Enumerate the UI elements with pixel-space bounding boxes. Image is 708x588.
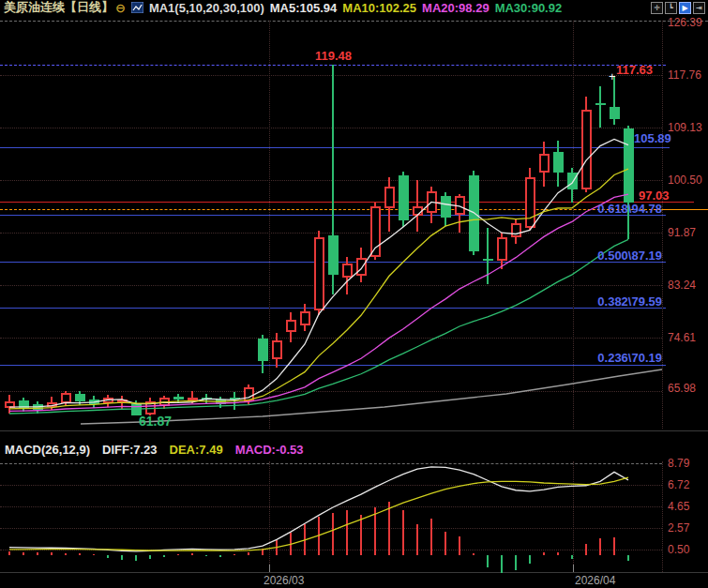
candle-body [89, 400, 99, 404]
macd-bar [233, 554, 235, 555]
candle-body [5, 401, 15, 408]
trading-chart-window: 美原油连续 【日线】 ⊖ MA1(5,10,20,30,100) MA5:105… [0, 0, 708, 588]
macd-diff-line [9, 467, 628, 551]
candle-wick [233, 392, 235, 410]
candle-body [595, 103, 606, 105]
window-controls: ✛ ┗ ▶ ⇥ [651, 2, 705, 14]
macd-param-label[interactable]: MACD(26,12,9) [5, 443, 90, 457]
candle-body [244, 387, 254, 401]
candle-body [145, 401, 156, 415]
candle-wick [529, 168, 531, 230]
grid-line [0, 128, 662, 128]
candle-wick [107, 395, 109, 407]
x-axis-tick [269, 565, 270, 572]
macd-bar [276, 540, 278, 555]
macd-bar [388, 502, 390, 555]
macd-bar [444, 532, 446, 555]
crosshair-marker: + [609, 69, 616, 83]
candle-body [173, 397, 184, 400]
candle-body [19, 400, 29, 408]
price-level-line [0, 147, 670, 148]
macd-bar [290, 533, 292, 555]
macd-bar [557, 552, 559, 555]
macd-bar [191, 553, 193, 555]
macd-bar [332, 513, 334, 555]
macd-bar [599, 538, 601, 555]
pane-grid-icon[interactable]: ✛ [651, 2, 663, 14]
candle-body [272, 340, 282, 359]
candle-body [624, 128, 634, 203]
price-annotation: 0.236\70.19 [597, 351, 662, 365]
macd-hist-value: MACD:-0.53 [235, 443, 304, 457]
candle-wick [93, 396, 95, 409]
labels-layer: 126.39117.76109.13100.5091.8783.2474.616… [0, 0, 708, 588]
macd-bar [304, 524, 306, 555]
macd-bar [79, 553, 81, 555]
candle-body [511, 223, 521, 237]
candle-body [342, 264, 353, 277]
indicator-pane-icon[interactable]: ▶ [679, 2, 691, 14]
price-level-line [656, 209, 708, 210]
moving-averages-layer [0, 0, 708, 588]
panel-separator [0, 572, 708, 573]
candle-body [469, 175, 479, 251]
candle-wick [219, 397, 221, 408]
macd-bar [318, 517, 320, 555]
macd-bar [543, 552, 545, 555]
candle-wick [501, 233, 503, 269]
candle-body [525, 177, 535, 228]
candle-wick [51, 397, 53, 410]
macd-header: MACD(26,12,9) DIFF:7.23 DEA:7.49 MACD:-0… [5, 443, 304, 457]
ma30-line [9, 239, 628, 414]
price-axis-label: 126.39 [668, 16, 702, 29]
pane-exit-icon[interactable]: ⇥ [693, 2, 705, 14]
candle-wick [571, 168, 573, 202]
candle-wick [65, 391, 67, 407]
candle-body [483, 259, 493, 261]
candle-wick [205, 394, 207, 404]
grid-vline [662, 461, 663, 572]
ma100-line [81, 369, 662, 424]
candle-body [47, 402, 57, 407]
macd-bar [51, 552, 53, 555]
candle-body [413, 206, 423, 216]
macd-diff-value: DIFF:7.23 [102, 443, 158, 457]
candle-wick [585, 97, 587, 193]
candle-wick [8, 395, 10, 414]
macd-bar [23, 552, 24, 555]
collapse-icon[interactable]: ⊖ [115, 1, 126, 15]
candle-body [610, 107, 620, 119]
price-level-line [0, 202, 694, 203]
candle-body [216, 400, 226, 404]
macd-bar [459, 536, 460, 555]
period-label[interactable]: 【日线】 [65, 0, 113, 16]
candle-body [553, 152, 564, 172]
macd-bar [430, 519, 432, 555]
macd-grid-line [0, 528, 662, 529]
ma10-line [9, 169, 628, 409]
ma-indicator-icon[interactable] [131, 2, 143, 13]
macd-bar [177, 554, 179, 555]
price-annotation: 97.03 [639, 188, 670, 203]
macd-bar [93, 554, 95, 555]
ma10-value: MA10:102.25 [342, 1, 416, 15]
macd-bar [262, 549, 264, 555]
price-annotation: 117.63 [616, 63, 653, 77]
macd-bar [37, 552, 38, 555]
candle-wick [543, 142, 545, 187]
price-level-line [0, 209, 656, 210]
price-level-line [0, 308, 666, 309]
axis-scale-icon[interactable]: ┗ [665, 2, 677, 14]
price-axis-label: 74.61 [668, 331, 696, 344]
candle-body [427, 191, 437, 213]
candle-body [328, 235, 339, 275]
chart-header: 美原油连续 【日线】 ⊖ MA1(5,10,20,30,100) MA5:105… [0, 0, 708, 15]
macd-grid-line [0, 463, 662, 464]
candle-wick [487, 228, 489, 284]
macd-axis-label: 8.79 [668, 457, 689, 470]
ma-param-label: MA1(5,10,20,30,100) [149, 1, 264, 15]
candle-body [441, 196, 451, 218]
macd-bar [501, 555, 503, 573]
candle-wick [557, 141, 559, 187]
macd-bar [416, 524, 418, 555]
